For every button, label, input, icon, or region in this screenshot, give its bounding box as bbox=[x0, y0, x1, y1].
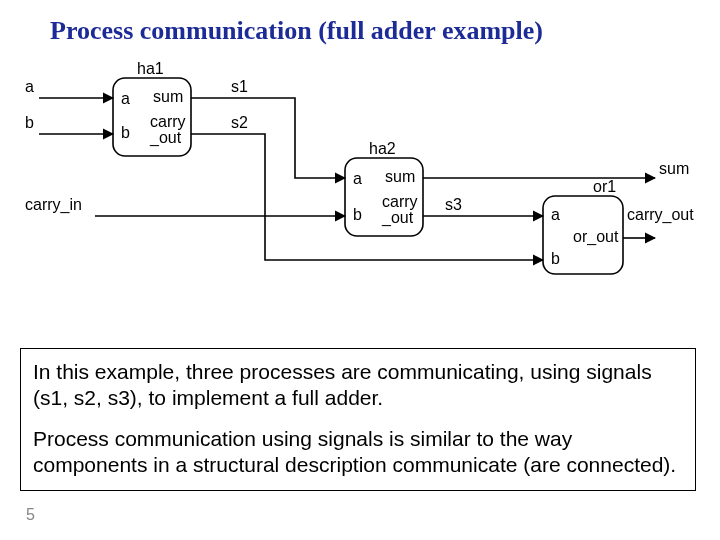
output-sum-label: sum bbox=[659, 160, 689, 177]
wire-s2 bbox=[191, 134, 543, 260]
description-p1: In this example, three processes are com… bbox=[33, 359, 683, 412]
signal-s1-label: s1 bbox=[231, 78, 248, 95]
ha2-port-sum: sum bbox=[385, 168, 415, 185]
description-box: In this example, three processes are com… bbox=[20, 348, 696, 491]
or1-port-orout: or_out bbox=[573, 228, 619, 246]
output-carry-out-label: carry_out bbox=[627, 206, 694, 224]
ha2-name: ha2 bbox=[369, 140, 396, 157]
ha1-port-carry-out-l1: carry bbox=[150, 113, 186, 130]
ha2-port-a: a bbox=[353, 170, 362, 187]
full-adder-diagram: ha1 a b sum carry _out a b s1 s2 carry_i… bbox=[25, 62, 695, 302]
ha2-port-carry-out-l1: carry bbox=[382, 193, 418, 210]
ha2-port-carry-out-l2: _out bbox=[381, 209, 414, 227]
page-number: 5 bbox=[26, 506, 35, 524]
signal-s2-label: s2 bbox=[231, 114, 248, 131]
or1-port-a: a bbox=[551, 206, 560, 223]
ha1-port-b: b bbox=[121, 124, 130, 141]
input-b-label: b bbox=[25, 114, 34, 131]
description-p2: Process communication using signals is s… bbox=[33, 426, 683, 479]
ha1-port-carry-out-l2: _out bbox=[149, 129, 182, 147]
or1-name: or1 bbox=[593, 178, 616, 195]
signal-s3-label: s3 bbox=[445, 196, 462, 213]
wire-s1 bbox=[191, 98, 345, 178]
input-a-label: a bbox=[25, 78, 34, 95]
ha1-name: ha1 bbox=[137, 62, 164, 77]
slide: Process communication (full adder exampl… bbox=[0, 0, 720, 540]
ha2-port-b: b bbox=[353, 206, 362, 223]
or1-port-b: b bbox=[551, 250, 560, 267]
input-carry-in-label: carry_in bbox=[25, 196, 82, 214]
ha1-port-sum: sum bbox=[153, 88, 183, 105]
slide-title: Process communication (full adder exampl… bbox=[50, 16, 543, 46]
ha1-port-a: a bbox=[121, 90, 130, 107]
